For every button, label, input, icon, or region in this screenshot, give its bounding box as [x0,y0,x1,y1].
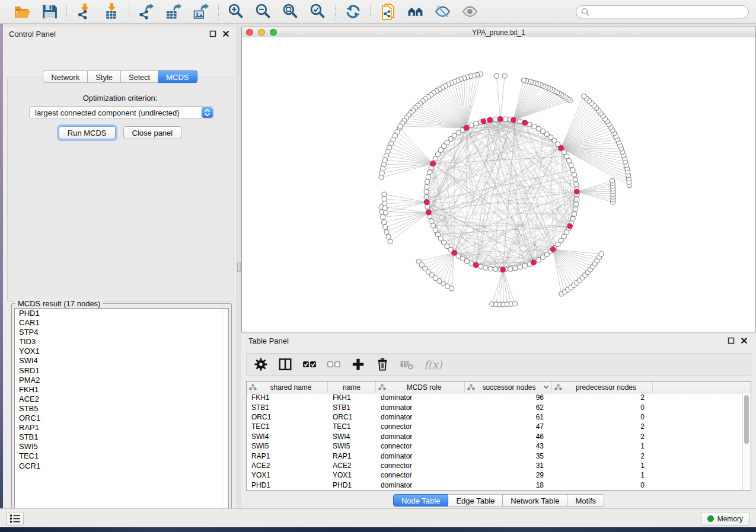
control-panel-close-button[interactable] [221,29,231,39]
table-tool-add-column[interactable] [351,357,365,372]
cell-mcds_role: connector [376,462,465,470]
mcds-result-item[interactable]: YOX1 [15,347,228,356]
column-header-successor_nodes[interactable]: successor nodes [465,382,552,393]
mcds-result-item[interactable]: CAR1 [15,318,228,328]
toolbar-button-open-session[interactable] [12,2,32,22]
mcds-result-item[interactable]: SRD1 [15,366,228,376]
table-row[interactable]: ORC1ORC1dominator610 [247,412,743,422]
function-builder-icon: f(x) [424,358,442,371]
toolbar-button-hide-graphics-details[interactable] [432,2,452,22]
tab-edge-table[interactable]: Edge Table [448,494,503,507]
cell-name: ACE2 [328,462,376,470]
cell-mcds_role: dominator [376,413,465,421]
toolbar-group [5,2,66,22]
cell-shared_name: STB1 [247,403,328,412]
column-header-mcds_role[interactable]: MCDS role [376,382,465,393]
toolbar-button-import-table[interactable] [101,2,122,22]
select-all-check-icon [302,357,317,371]
network-graph[interactable] [242,37,755,332]
table-row[interactable]: RAP1RAP1dominator352 [247,451,743,460]
zoom-selected-icon [310,3,327,20]
toolbar-group [219,2,335,22]
table-row[interactable]: SWI4SWI4dominator462 [247,432,743,441]
mcds-result-item[interactable]: PHD1 [15,309,228,318]
toolbar-button-zoom-in[interactable] [226,2,246,22]
cell-mcds_role: dominator [376,403,465,412]
toolbar-button-show-graphics-details[interactable] [460,2,480,22]
status-bar: Memory [0,508,756,527]
cell-predecessor_nodes: 1 [552,442,653,450]
sort-descending-icon [543,385,549,389]
mcds-result-item[interactable]: PMA2 [15,376,228,385]
search-input[interactable] [576,5,749,18]
toolbar-button-export-table[interactable] [164,2,184,22]
mcds-result-item[interactable]: SWI4 [15,356,228,366]
table-row[interactable]: YOX1YOX1connector291 [247,470,743,480]
table-row[interactable]: SWI5SWI5connector431 [247,441,743,451]
tab-node-table[interactable]: Node Table [393,494,449,507]
mcds-result-item[interactable]: STP4 [15,328,228,337]
mcds-result-item[interactable]: GCR1 [15,462,228,471]
splitter-handle[interactable] [237,262,241,272]
control-panel-float-button[interactable] [208,29,218,39]
table-scrollbar[interactable] [742,393,751,490]
table-tool-column-visibility[interactable] [278,357,292,372]
toolbar-button-import-network[interactable] [74,2,94,22]
table-tool-deselect-all-check[interactable] [327,357,341,372]
toolbar-button-save-session[interactable] [39,2,59,22]
mcds-result-item[interactable]: STB5 [15,404,228,414]
table-panel-float-button[interactable] [726,336,736,345]
close-panel-button[interactable]: Close panel [123,126,182,139]
cell-predecessor_nodes: 2 [552,432,653,441]
import-table-icon [103,3,120,20]
table-row[interactable]: PHD1PHD1dominator180 [247,480,743,490]
table-tool-table-settings-gear[interactable] [254,357,268,372]
table-row[interactable]: FKH1FKH1dominator962 [247,393,743,402]
mcds-list-scrollbar[interactable] [222,309,228,520]
tab-mcds[interactable]: MCDS [158,70,197,83]
network-graph-canvas[interactable] [242,37,755,332]
toolbar-button-zoom-fit[interactable] [280,2,301,22]
cell-mcds_role: connector [376,471,465,479]
graph-nodes[interactable] [379,72,632,307]
table-panel-close-button[interactable] [739,336,749,345]
task-history-button[interactable] [6,512,24,525]
node-table-body: FKH1FKH1dominator962STB1STB1dominator620… [247,393,743,490]
column-header-shared_name[interactable]: shared name [247,382,328,393]
cell-name: FKH1 [328,393,376,402]
toolbar-button-export-network[interactable] [136,2,157,22]
tab-network[interactable]: Network [43,70,88,83]
table-panel-titlebar: Table Panel [241,334,756,348]
toolbar-button-refresh-layout[interactable] [343,2,363,22]
toolbar-button-share-document[interactable] [378,2,398,22]
mcds-result-item[interactable]: STB1 [15,432,228,442]
tab-style[interactable]: Style [88,70,121,83]
column-header-predecessor_nodes[interactable]: predecessor nodes [552,382,653,393]
mcds-result-item[interactable]: RAP1 [15,423,228,432]
tab-motifs[interactable]: Motifs [567,494,604,507]
mcds-result-item[interactable]: FKH1 [15,385,228,395]
table-row[interactable]: STB1STB1dominator620 [247,402,743,412]
mcds-result-item[interactable]: ACE2 [15,395,228,404]
column-header-name[interactable]: name [328,382,376,393]
table-tool-delete-column[interactable] [375,357,390,372]
toolbar-button-zoom-selected[interactable] [308,2,328,22]
table-tool-select-all-check[interactable] [302,357,317,372]
mcds-result-item[interactable]: SWI5 [15,442,228,451]
run-mcds-button[interactable]: Run MCDS [59,126,116,139]
optimization-criterion-select[interactable]: largest connected component (undirected) [29,106,214,119]
mcds-result-item[interactable]: ORC1 [15,414,228,423]
mcds-result-item[interactable]: TID3 [15,337,228,347]
cell-successor_nodes: 35 [465,452,552,460]
table-row[interactable]: ACE2ACE2connector311 [247,461,743,470]
toolbar-button-export-image[interactable] [191,2,211,22]
toolbar-button-zoom-out[interactable] [253,2,273,22]
table-scrollbar-thumb[interactable] [744,395,749,444]
table-row[interactable]: TEC1TEC1connector472 [247,422,743,431]
toolbar-button-search-network[interactable] [405,2,425,22]
tab-network-table[interactable]: Network Table [503,494,567,507]
tab-select[interactable]: Select [121,70,158,83]
mcds-result-item[interactable]: TEC1 [15,451,228,461]
mcds-result-list[interactable]: PHD1CAR1STP4TID3YOX1SWI4SRD1PMA2FKH1ACE2… [14,308,229,521]
memory-button[interactable]: Memory [701,512,749,525]
